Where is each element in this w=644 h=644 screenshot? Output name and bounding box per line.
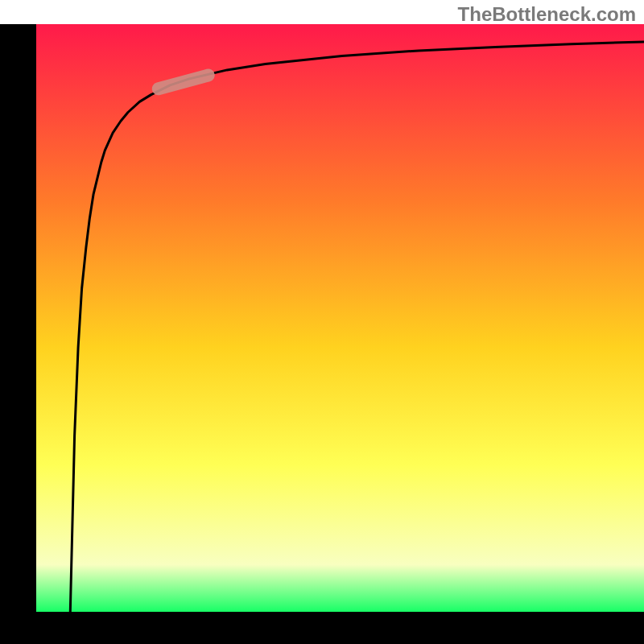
y-axis <box>0 24 36 644</box>
x-axis <box>0 612 644 644</box>
chart-container: TheBottleneck.com <box>0 0 644 644</box>
chart-svg <box>0 0 644 644</box>
watermark-text: TheBottleneck.com <box>458 3 636 26</box>
